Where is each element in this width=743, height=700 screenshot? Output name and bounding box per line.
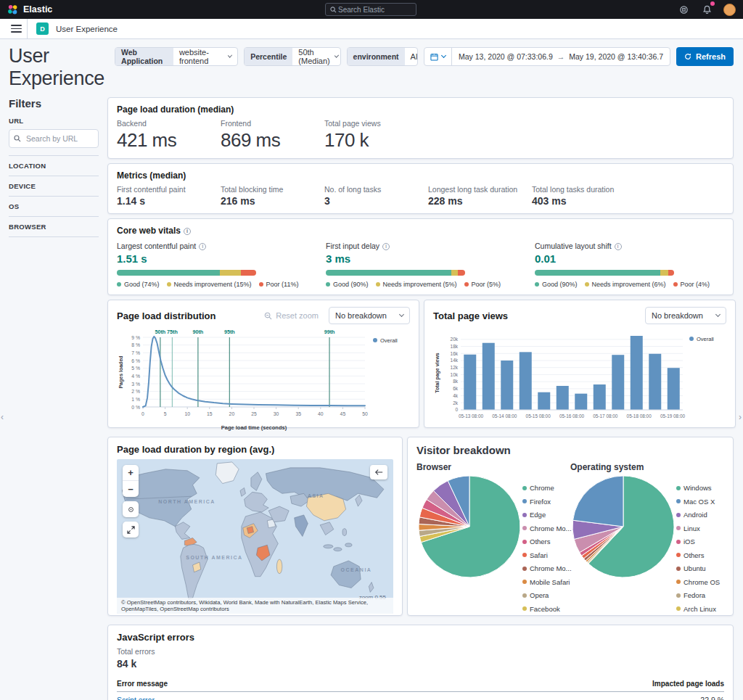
legend-dot — [522, 513, 527, 517]
refresh-button[interactable]: Refresh — [676, 47, 734, 66]
legend-item-edge[interactable]: Edge — [522, 511, 572, 519]
brand-name: Elastic — [23, 4, 52, 15]
map-region-label: SOUTH AMERICA — [186, 555, 242, 560]
info-icon[interactable]: i — [382, 243, 390, 250]
map-zoom-out-button[interactable]: − — [123, 481, 139, 497]
legend-item-mobile-safari[interactable]: Mobile Safari — [522, 578, 572, 586]
date-range-arrow: → — [557, 52, 565, 61]
world-map[interactable]: + − — [117, 459, 393, 614]
svg-text:Total page views: Total page views — [435, 353, 440, 393]
svg-text:9 %: 9 % — [131, 335, 140, 340]
filter-value-select[interactable]: All — [405, 48, 418, 65]
search-icon — [14, 135, 21, 142]
date-range-picker: May 13, 2020 @ 07:33:06.9 → May 19, 2020… — [424, 47, 670, 66]
legend-item-facebook[interactable]: Facebook — [522, 605, 572, 613]
info-icon[interactable]: i — [184, 228, 191, 235]
map-expand-button[interactable] — [123, 522, 139, 538]
panel-title: Total page views — [433, 310, 508, 321]
column-error-message[interactable]: Error message — [117, 677, 644, 692]
panel-title: Page load duration by region (avg.) — [117, 444, 393, 455]
user-avatar[interactable] — [723, 4, 736, 16]
date-from[interactable]: May 13, 2020 @ 07:33:06.9 — [459, 52, 553, 61]
map-zoom-in-button[interactable]: + — [123, 465, 139, 481]
error-message-link[interactable]: Script error. — [117, 696, 156, 700]
cwv-bar-segment — [241, 270, 256, 276]
cwv-bar-segment — [117, 270, 220, 276]
notifications-bell-icon[interactable] — [700, 3, 713, 16]
global-search-input[interactable] — [337, 5, 411, 15]
legend-item-safari[interactable]: Safari — [522, 551, 572, 559]
svg-text:8k: 8k — [453, 379, 459, 384]
cwv-label: First input delayi — [326, 242, 535, 250]
page-views-breakdown-select[interactable]: No breakdown — [645, 307, 726, 324]
column-impacted-page-loads[interactable]: Impacted page loads — [644, 677, 724, 692]
info-icon[interactable]: i — [199, 243, 206, 250]
legend-item-others[interactable]: Others — [522, 538, 572, 545]
stat-value: 869 ms — [221, 129, 324, 152]
legend-item-ios[interactable]: iOS — [676, 538, 720, 545]
sidebar-section-location[interactable]: LOCATION — [9, 155, 99, 176]
legend-item-windows[interactable]: Windows — [676, 484, 720, 492]
collapse-right-icon[interactable]: › — [739, 412, 742, 422]
stat-total-page-views: Total page views170 k — [324, 119, 428, 152]
map-region-label: OCEANIA — [341, 567, 372, 572]
app-badge[interactable]: D — [36, 22, 49, 35]
menu-icon[interactable] — [6, 19, 28, 38]
date-to[interactable]: May 19, 2020 @ 13:40:36.7 — [569, 52, 663, 61]
breadcrumb[interactable]: User Experience — [56, 25, 118, 33]
panel-title: JavaScript errors — [117, 632, 724, 643]
browser-pie-chart[interactable] — [416, 474, 522, 582]
legend-item-chrome-mo-[interactable]: Chrome Mo... — [522, 564, 572, 572]
map-fit-bounds-button[interactable] — [123, 501, 139, 517]
global-search[interactable] — [325, 3, 416, 16]
legend-item-fedora[interactable]: Fedora — [676, 591, 720, 599]
help-icon[interactable] — [677, 3, 690, 16]
os-pie-chart[interactable] — [570, 474, 676, 582]
info-icon[interactable]: i — [615, 243, 622, 250]
url-search-box[interactable] — [9, 129, 99, 148]
legend-item-mac-os-x[interactable]: Mac OS X — [676, 498, 720, 506]
legend-item-chrome-mo-[interactable]: Chrome Mo... — [522, 524, 572, 532]
cwv-bar-segment — [668, 270, 674, 276]
collapse-left-icon[interactable]: ‹ — [1, 412, 4, 422]
legend-item-linux[interactable]: Linux — [676, 524, 720, 532]
page-load-distribution-chart[interactable]: 0 %1 %2 %3 %4 %5 %6 %7 %8 %9 %0510152025… — [117, 326, 410, 435]
legend-dot — [522, 499, 527, 503]
sidebar-section-browser[interactable]: BROWSER — [9, 216, 99, 237]
legend-item-others[interactable]: Others — [676, 551, 720, 559]
calendar-button[interactable] — [424, 48, 452, 65]
map-attribution[interactable]: © OpenStreetMap contributors, Wikidata, … — [117, 598, 393, 614]
sidebar-section-os[interactable]: OS — [9, 196, 99, 216]
elastic-logo[interactable] — [7, 4, 18, 15]
sidebar-section-device[interactable]: DEVICE — [9, 176, 99, 196]
legend-item-arch-linux[interactable]: Arch Linux — [676, 605, 720, 613]
filter-label: Percentile — [245, 48, 292, 65]
legend-item-chrome-os[interactable]: Chrome OS — [676, 578, 720, 586]
metrics-panel: Metrics (median) First contentful paint1… — [107, 163, 734, 214]
reset-zoom-button[interactable]: Reset zoom — [260, 310, 323, 321]
svg-text:14k: 14k — [451, 358, 459, 363]
legend-item-opera[interactable]: Opera — [522, 591, 572, 599]
legend-item-android[interactable]: Android — [676, 511, 720, 519]
svg-text:20k: 20k — [451, 337, 459, 342]
impacted-page-loads-cell: 22.9 % — [644, 692, 724, 700]
legend-item-firefox[interactable]: Firefox — [522, 498, 572, 506]
os-pie-legend: WindowsMac OS XAndroidLinuxiOSOthersUbun… — [676, 484, 720, 618]
svg-text:1 %: 1 % — [131, 397, 140, 402]
filter-value-select[interactable]: website-frontend — [173, 48, 237, 65]
legend-dot — [376, 282, 380, 287]
cwv-cumulative-layout-shift: Cumulative layout shifti0.01Good (90%)Ne… — [535, 242, 743, 288]
svg-text:05-15 08:00: 05-15 08:00 — [526, 413, 551, 419]
cwv-value: 3 ms — [326, 252, 535, 265]
total-page-views-chart[interactable]: 02k4k6k8k10k12k14k16k18k20k05-13 08:0005… — [433, 326, 726, 435]
legend-dot — [117, 282, 121, 287]
legend-item-chrome[interactable]: Chrome — [522, 484, 572, 492]
url-search-input[interactable] — [25, 133, 94, 144]
filter-percentile: Percentile50th (Median) — [244, 47, 340, 66]
distribution-breakdown-select[interactable]: No breakdown — [329, 307, 410, 324]
panel-title: Page load duration (median) — [117, 104, 724, 115]
stat-value: 216 ms — [221, 195, 324, 207]
map-legend-toggle-icon[interactable] — [370, 465, 387, 479]
legend-item-ubuntu[interactable]: Ubuntu — [676, 564, 720, 572]
filter-value-select[interactable]: 50th (Median) — [292, 48, 340, 65]
